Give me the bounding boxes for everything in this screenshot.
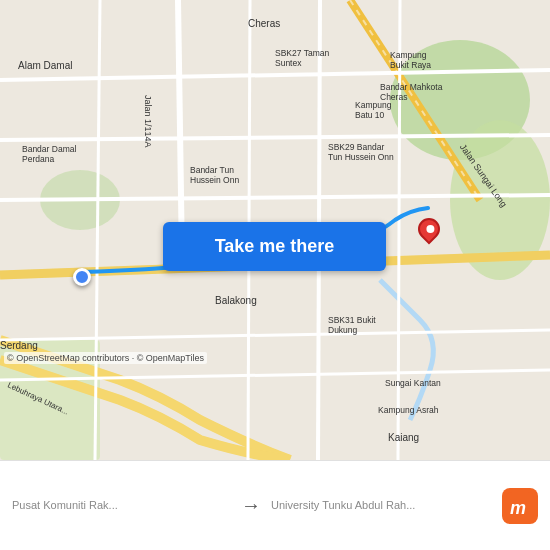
- origin-marker: [73, 268, 91, 286]
- moovit-icon: m: [502, 488, 538, 524]
- to-label: University Tunku Abdul Rah...: [271, 499, 490, 511]
- arrow-icon: →: [241, 494, 261, 517]
- from-label: Pusat Komuniti Rak...: [12, 499, 231, 511]
- map-attribution: © OpenStreetMap contributors · © OpenMap…: [4, 352, 207, 364]
- svg-line-9: [178, 0, 182, 260]
- bottom-bar: Pusat Komuniti Rak... → University Tunku…: [0, 460, 550, 550]
- moovit-logo: m: [502, 488, 538, 524]
- map-container: Cheras Alam Damal KampungBukit Raya Kamp…: [0, 0, 550, 460]
- svg-line-18: [398, 0, 400, 460]
- take-me-there-button[interactable]: Take me there: [163, 222, 386, 271]
- from-section: Pusat Komuniti Rak...: [12, 499, 231, 513]
- svg-text:m: m: [510, 498, 526, 518]
- destination-marker: [418, 218, 440, 246]
- to-section: University Tunku Abdul Rah...: [271, 499, 490, 513]
